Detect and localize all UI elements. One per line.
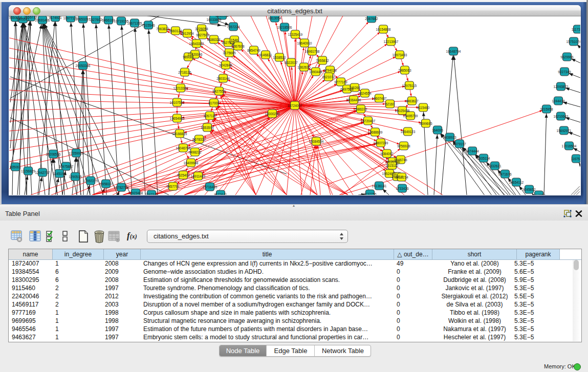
svg-text:8427552: 8427552 bbox=[212, 90, 226, 93]
svg-text:1733426: 1733426 bbox=[396, 187, 409, 190]
svg-text:16671355: 16671355 bbox=[127, 21, 142, 25]
svg-text:10654112: 10654112 bbox=[509, 181, 524, 184]
svg-text:2367608: 2367608 bbox=[231, 45, 245, 48]
svg-text:62160: 62160 bbox=[385, 102, 395, 106]
svg-text:18724007: 18724007 bbox=[288, 104, 302, 107]
svg-text:9227349: 9227349 bbox=[558, 70, 571, 74]
svg-text:1538520: 1538520 bbox=[273, 56, 286, 59]
svg-text:18640910: 18640910 bbox=[297, 41, 312, 45]
svg-text:16033809: 16033809 bbox=[207, 18, 222, 21]
svg-text:2718126: 2718126 bbox=[178, 71, 191, 74]
svg-text:9245652: 9245652 bbox=[522, 188, 536, 191]
svg-text:989081: 989081 bbox=[183, 55, 194, 59]
svg-text:7955812: 7955812 bbox=[316, 59, 329, 62]
svg-text:9413350: 9413350 bbox=[532, 193, 546, 195]
svg-text:9174921: 9174921 bbox=[49, 16, 62, 19]
svg-text:9457791: 9457791 bbox=[166, 185, 180, 188]
svg-text:1546: 1546 bbox=[231, 38, 238, 42]
svg-text:8912954: 8912954 bbox=[181, 32, 194, 35]
svg-text:16648794: 16648794 bbox=[446, 50, 461, 53]
svg-text:9699695: 9699695 bbox=[419, 122, 432, 125]
svg-text:9756928: 9756928 bbox=[397, 144, 410, 148]
svg-text:164095: 164095 bbox=[432, 128, 443, 132]
svg-text:17016504: 17016504 bbox=[562, 144, 577, 148]
svg-text:20206576: 20206576 bbox=[46, 152, 61, 156]
svg-text:18807249: 18807249 bbox=[374, 141, 388, 145]
svg-text:10025438: 10025438 bbox=[395, 109, 410, 113]
svg-text:9329966: 9329966 bbox=[560, 55, 574, 59]
svg-text:9946746: 9946746 bbox=[394, 158, 407, 162]
svg-text:3226058: 3226058 bbox=[195, 27, 208, 31]
svg-text:935061: 935061 bbox=[10, 165, 21, 169]
svg-text:7625402: 7625402 bbox=[177, 173, 190, 177]
svg-text:16409948: 16409948 bbox=[184, 161, 199, 165]
svg-text:9412214: 9412214 bbox=[395, 176, 408, 179]
svg-text:8322037: 8322037 bbox=[285, 61, 298, 64]
svg-text:20053346: 20053346 bbox=[76, 64, 91, 68]
svg-text:9242848: 9242848 bbox=[219, 63, 232, 67]
svg-text:9115460: 9115460 bbox=[417, 106, 430, 110]
svg-text:7986372: 7986372 bbox=[354, 107, 367, 111]
svg-text:15751074: 15751074 bbox=[567, 40, 580, 43]
svg-text:1092348: 1092348 bbox=[145, 193, 158, 195]
svg-text:12975115: 12975115 bbox=[402, 84, 417, 87]
svg-text:3267110: 3267110 bbox=[204, 114, 216, 118]
svg-text:16782759: 16782759 bbox=[114, 186, 129, 189]
svg-text:8186328: 8186328 bbox=[207, 38, 221, 41]
svg-text:16961758: 16961758 bbox=[305, 50, 320, 53]
svg-text:15495759: 15495759 bbox=[403, 114, 418, 118]
svg-text:19654985: 19654985 bbox=[170, 117, 185, 120]
svg-text:2087682: 2087682 bbox=[365, 17, 378, 20]
svg-text:10719155: 10719155 bbox=[114, 19, 129, 23]
svg-text:10607487: 10607487 bbox=[372, 97, 387, 100]
svg-text:9827509: 9827509 bbox=[196, 33, 209, 37]
svg-text:7632621: 7632621 bbox=[488, 164, 502, 168]
svg-text:9777169: 9777169 bbox=[334, 80, 347, 84]
svg-text:7663822: 7663822 bbox=[156, 27, 169, 31]
svg-text:9146821: 9146821 bbox=[259, 53, 272, 57]
svg-text:17957275: 17957275 bbox=[83, 179, 98, 183]
svg-text:1527602: 1527602 bbox=[89, 18, 102, 21]
svg-text:15720407: 15720407 bbox=[361, 119, 376, 123]
svg-text:30975887: 30975887 bbox=[59, 165, 74, 168]
svg-text:12093872: 12093872 bbox=[554, 85, 569, 89]
svg-text:7485063: 7485063 bbox=[398, 69, 411, 72]
svg-text:5678332: 5678332 bbox=[192, 138, 206, 141]
svg-text:19166825: 19166825 bbox=[172, 132, 187, 136]
svg-text:15716485: 15716485 bbox=[203, 185, 217, 189]
svg-text:19218506: 19218506 bbox=[277, 26, 292, 29]
svg-text:1290515: 1290515 bbox=[69, 175, 82, 179]
svg-text:9660124: 9660124 bbox=[169, 29, 182, 33]
svg-text:16543382: 16543382 bbox=[189, 42, 204, 46]
svg-text:19384554: 19384554 bbox=[309, 140, 324, 143]
svg-text:1362615: 1362615 bbox=[297, 65, 311, 69]
svg-text:10688609: 10688609 bbox=[368, 130, 383, 134]
svg-text:16210643: 16210643 bbox=[554, 115, 569, 118]
svg-text:9084067: 9084067 bbox=[380, 152, 394, 156]
svg-text:10973493: 10973493 bbox=[393, 53, 407, 57]
svg-text:116753: 116753 bbox=[571, 157, 580, 161]
svg-text:16154808: 16154808 bbox=[376, 28, 391, 31]
svg-text:6794028: 6794028 bbox=[323, 69, 337, 72]
svg-text:10046768: 10046768 bbox=[176, 146, 191, 150]
svg-text:18300295: 18300295 bbox=[265, 112, 280, 116]
svg-text:1615112: 1615112 bbox=[386, 164, 399, 167]
svg-text:2935114: 2935114 bbox=[477, 157, 490, 160]
svg-text:12942737: 12942737 bbox=[35, 171, 50, 174]
svg-text:1244418: 1244418 bbox=[552, 99, 565, 103]
svg-text:746266: 746266 bbox=[349, 86, 360, 90]
svg-text:8912311: 8912311 bbox=[216, 16, 229, 17]
svg-text:12923468: 12923468 bbox=[128, 191, 143, 195]
svg-text:6466160: 6466160 bbox=[102, 18, 115, 22]
svg-text:11156829: 11156829 bbox=[21, 169, 35, 173]
svg-text:11325419: 11325419 bbox=[288, 33, 303, 36]
svg-text:16549123: 16549123 bbox=[401, 130, 416, 134]
svg-text:10107552: 10107552 bbox=[170, 101, 185, 104]
svg-text:1117331: 1117331 bbox=[572, 28, 580, 31]
svg-text:17359928: 17359928 bbox=[69, 151, 84, 155]
svg-text:9463627: 9463627 bbox=[405, 99, 419, 103]
svg-text:12213967: 12213967 bbox=[384, 40, 399, 43]
svg-text:1145194: 1145194 bbox=[53, 172, 66, 176]
svg-text:20364436: 20364436 bbox=[346, 98, 361, 102]
svg-text:14136141: 14136141 bbox=[372, 184, 387, 188]
